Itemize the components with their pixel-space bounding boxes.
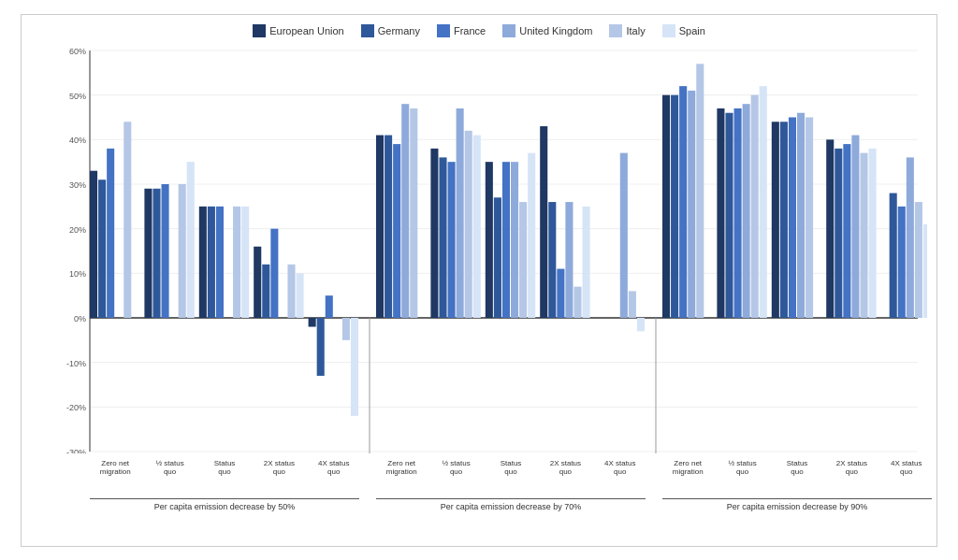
- svg-text:-30%: -30%: [66, 448, 86, 453]
- bar: [98, 179, 106, 318]
- bar: [860, 152, 867, 317]
- bar: [851, 135, 859, 317]
- bar: [620, 152, 628, 317]
- svg-text:10%: 10%: [69, 269, 86, 279]
- bar: [107, 148, 114, 317]
- bar: [696, 64, 704, 318]
- bar: [351, 318, 358, 416]
- bar: [254, 246, 261, 317]
- legend-label-2: France: [454, 25, 486, 36]
- bar: [241, 206, 249, 317]
- bar: [557, 268, 564, 317]
- svg-text:-10%: -10%: [66, 358, 86, 367]
- bar: [826, 139, 834, 318]
- bar: [573, 286, 581, 317]
- legend-swatch-5: [662, 24, 675, 37]
- bar: [629, 291, 636, 318]
- scenario-label: Zero net migration: [669, 459, 706, 477]
- legend-swatch-0: [253, 24, 266, 37]
- legend-label-0: European Union: [269, 25, 344, 36]
- scenario-label: 4X status quo: [888, 459, 925, 477]
- bar: [662, 94, 670, 317]
- legend-label-4: Italy: [626, 25, 645, 36]
- bar: [583, 206, 590, 317]
- scenario-label: ½ status quo: [152, 459, 189, 477]
- bar: [751, 94, 759, 317]
- scenario-label: 4X status quo: [602, 459, 639, 477]
- chart-area: 60%50%40%30%20%10%0%-10%-20%-30% Zero ne…: [31, 43, 927, 540]
- scenario-label: ½ status quo: [438, 459, 475, 477]
- legend-item-1: Germany: [361, 24, 420, 37]
- svg-text:40%: 40%: [69, 136, 86, 145]
- main-svg: 60%50%40%30%20%10%0%-10%-20%-30%: [57, 43, 927, 453]
- bar: [216, 206, 224, 317]
- scenario-label: 2X status quo: [260, 459, 298, 477]
- bar: [540, 126, 547, 318]
- svg-text:-20%: -20%: [66, 403, 86, 412]
- legend-item-2: France: [437, 24, 486, 37]
- bar: [270, 228, 278, 317]
- bar: [376, 135, 384, 317]
- scenario-label: ½ status quo: [724, 459, 762, 477]
- bar: [457, 108, 464, 317]
- bar: [123, 122, 131, 318]
- bar: [199, 206, 207, 317]
- bar: [688, 90, 695, 317]
- group-label: Per capita emission decrease by 70%: [376, 502, 646, 511]
- svg-text:60%: 60%: [69, 47, 86, 56]
- bar: [90, 170, 97, 317]
- bar: [915, 202, 922, 318]
- bar: [393, 144, 400, 318]
- bar: [898, 206, 906, 317]
- scenario-label: 2X status quo: [833, 459, 870, 477]
- bar: [410, 108, 417, 317]
- bar: [287, 264, 295, 317]
- legend-swatch-4: [609, 24, 622, 37]
- group-bracket: [90, 498, 359, 499]
- bar: [528, 152, 535, 317]
- bar: [401, 104, 409, 318]
- bar: [297, 273, 304, 318]
- legend-swatch-3: [502, 24, 515, 37]
- legend-label-5: Spain: [679, 25, 705, 36]
- bar: [439, 157, 446, 318]
- bar: [725, 112, 733, 317]
- bar: [789, 117, 796, 318]
- svg-text:50%: 50%: [69, 91, 86, 100]
- scenario-label: Zero net migration: [383, 459, 420, 477]
- group-bracket: [376, 498, 646, 499]
- bar: [907, 157, 914, 318]
- bar: [162, 184, 169, 318]
- bar: [760, 86, 767, 318]
- bar: [502, 162, 510, 318]
- bar: [448, 162, 456, 318]
- bar: [317, 318, 325, 376]
- svg-text:30%: 30%: [69, 180, 86, 190]
- bar: [734, 108, 742, 317]
- bar: [780, 122, 788, 318]
- bar: [869, 148, 877, 317]
- legend-swatch-1: [361, 24, 374, 37]
- y-axis-label: [31, 43, 57, 540]
- grid-and-bars: 60%50%40%30%20%10%0%-10%-20%-30%: [57, 43, 927, 457]
- scenario-label: 4X status quo: [315, 459, 353, 477]
- legend-item-4: Italy: [609, 24, 645, 37]
- bar: [233, 206, 240, 317]
- bar: [843, 144, 850, 318]
- bar: [187, 162, 195, 318]
- bar: [326, 295, 333, 318]
- bar: [835, 148, 842, 317]
- group-bracket: [662, 498, 932, 499]
- bar: [679, 86, 687, 318]
- svg-text:0%: 0%: [74, 314, 86, 323]
- legend-label-3: United Kingdom: [519, 25, 592, 36]
- bar: [806, 117, 813, 318]
- bar: [179, 184, 186, 318]
- group-label: Per capita emission decrease by 50%: [90, 502, 359, 511]
- bar: [430, 148, 438, 317]
- bar: [262, 264, 269, 317]
- bar: [152, 188, 160, 317]
- svg-text:20%: 20%: [69, 224, 86, 234]
- bar: [671, 94, 678, 317]
- bar: [772, 122, 779, 318]
